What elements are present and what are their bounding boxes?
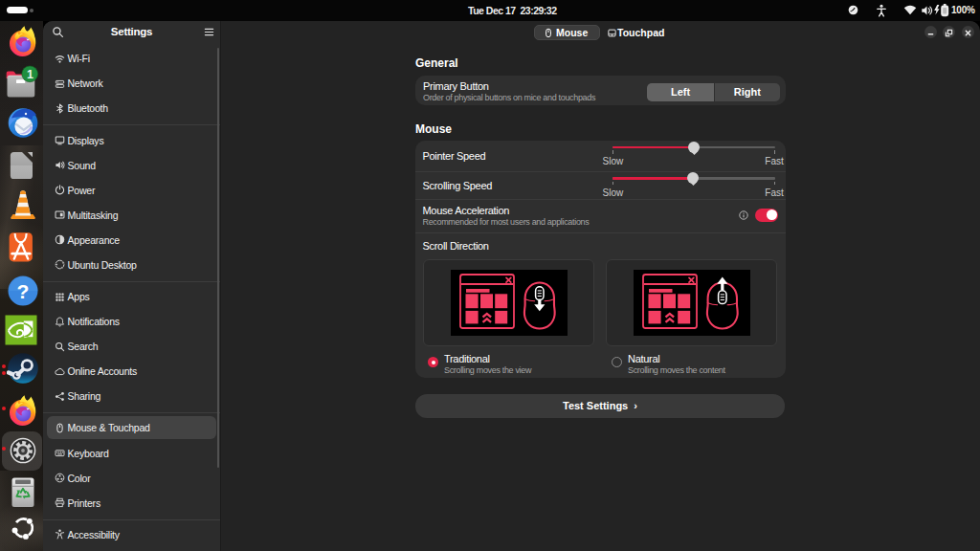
- svg-text:?: ?: [17, 279, 30, 301]
- svg-text:1: 1: [27, 68, 33, 81]
